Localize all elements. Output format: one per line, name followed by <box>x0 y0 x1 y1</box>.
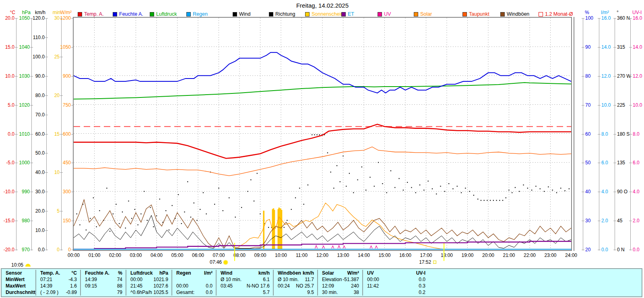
table-cell-label: Ø 10 min. <box>278 276 299 283</box>
table-group-header-Regen: Regenl/m² <box>171 270 216 276</box>
series-direction-dot <box>419 184 420 185</box>
table-cell-value: 79 <box>117 289 122 296</box>
series-direction-dot <box>190 217 191 217</box>
axis-tick-wind: 50.0 <box>23 151 45 156</box>
series-direction-dot <box>147 220 148 221</box>
series-direction-dot <box>544 191 545 192</box>
axis-unit-uv: UV-I <box>632 10 644 15</box>
series-direction-dot <box>357 179 358 180</box>
series-uv-mark <box>375 246 378 248</box>
series-uv-mark <box>322 246 325 248</box>
series-direction-dot <box>308 184 308 185</box>
x-tick-label: 00:00 <box>64 252 83 258</box>
direction-swatch-icon <box>269 12 273 17</box>
table-cell-label: 00:00 <box>176 283 188 289</box>
series-direction-dot <box>128 201 129 201</box>
series-direction-dot <box>268 227 269 228</box>
legend-item-uv: UV <box>378 11 391 17</box>
x-tick-label: 08:00 <box>230 252 249 258</box>
gusts-swatch-icon <box>500 12 505 17</box>
table-cell: 07:21-4.3 <box>35 276 80 283</box>
x-tick-label: 01:00 <box>85 252 104 258</box>
series-direction-dot <box>119 223 120 224</box>
plot-area <box>73 17 572 251</box>
axis-tickmark <box>60 95 63 96</box>
series-uv-mark <box>343 246 345 248</box>
table-filler <box>429 276 642 283</box>
table-cell-value: 38 <box>354 289 359 296</box>
x-tick-label: 16:00 <box>396 252 415 258</box>
series-direction-dot <box>214 204 215 205</box>
series-direction-dot <box>125 228 126 228</box>
table-cell: Ø 10 min.6.1 <box>216 276 273 283</box>
series-direction-dot <box>527 188 528 188</box>
x-tick-label: 23:00 <box>541 252 560 258</box>
table-cell-value: 5.7 <box>263 289 270 296</box>
x-tick-label: 13:00 <box>334 252 353 258</box>
table-group-header-Wind: Windkm/h <box>216 270 273 276</box>
table-group-header-Wind-label: Wind <box>221 270 232 276</box>
series-direction-dot <box>144 191 144 192</box>
axis-tickmark <box>613 250 616 250</box>
series-direction-dot <box>346 186 347 186</box>
legend-label-pressure: Luftdruck <box>156 12 177 17</box>
axis-tickmark <box>598 221 601 221</box>
series-direction-dot <box>93 197 94 198</box>
table-cell-label: ( - 2.09 ) <box>40 289 58 296</box>
series-direction-dot <box>159 199 160 199</box>
legend-label-monthly: 1.2 Monat-Ø <box>545 12 573 17</box>
axis-tickmark <box>598 250 601 250</box>
table-cell-value: 240 <box>351 283 359 289</box>
table-cell: 12:09240 <box>317 283 362 289</box>
axis-tickmark <box>45 115 48 115</box>
series-direction-dot <box>496 200 497 201</box>
table-cell-value: NO 25.7 <box>296 283 314 289</box>
x-tick-label: 04:00 <box>147 252 166 258</box>
table-group-header-Solar-label: Solar <box>322 270 334 276</box>
series-direction-dot <box>428 181 429 182</box>
series-direction-dot <box>314 135 315 135</box>
series-direction-dot <box>473 195 474 196</box>
series-direction-dot <box>535 186 536 186</box>
table-cell-label: Elevation <box>322 276 342 283</box>
axis-tickmark <box>598 163 601 163</box>
sunrise-time: 07:46 <box>210 259 222 265</box>
series-direction-dot <box>487 200 487 201</box>
series-direction-dot <box>493 200 494 201</box>
table-cell: 00:001021.9 <box>126 276 171 283</box>
table-row-header-label: MinWert <box>6 276 25 283</box>
axis-tickmark <box>613 221 616 221</box>
series-direction-dot <box>248 191 248 192</box>
table-group-header-Luftdruck-label: Luftdruck <box>130 270 153 276</box>
series-direction-dot <box>515 187 516 188</box>
series-direction-dot <box>390 170 391 171</box>
table-group-header-Temp. A.: Temp. A.°C <box>35 270 80 276</box>
table-cell-value: 9.5 <box>307 289 314 296</box>
series-direction-dot <box>109 231 110 232</box>
series-direction-dot <box>386 192 387 193</box>
axis-tick-wind: 30.0 <box>23 189 45 195</box>
legend-label-humidity: Feuchte A. <box>119 12 143 17</box>
series-direction-dot <box>365 190 366 190</box>
axis-tick-sunshine: 25 <box>38 54 60 60</box>
series-direction-dot <box>369 177 370 178</box>
axis-tick-sunshine: 10 <box>38 170 60 175</box>
series-direction-dot <box>284 227 285 228</box>
axis-tick-solar: 900 <box>49 74 71 79</box>
series-direction-dot <box>333 188 334 188</box>
series-direction-dot <box>374 186 375 186</box>
axis-tickmark <box>582 18 584 19</box>
x-tick-label: 14:00 <box>355 252 373 258</box>
series-direction-dot <box>303 204 304 205</box>
axis-tick-solar: 750 <box>49 103 71 108</box>
axis-tickmark <box>30 163 33 163</box>
uv-swatch-icon <box>378 12 382 17</box>
series-direction-dot <box>394 187 395 188</box>
series-direction-dot <box>361 166 362 167</box>
series-direction-dot <box>79 224 80 225</box>
table-cell-value: 1027.6 <box>153 283 168 289</box>
table-cell-label: ^0.6hPa/h <box>130 289 152 296</box>
legend-label-temp: Temp. A. <box>84 12 104 17</box>
table-cell-value: 11.7 <box>305 276 314 283</box>
series-direction-dot <box>519 191 520 192</box>
